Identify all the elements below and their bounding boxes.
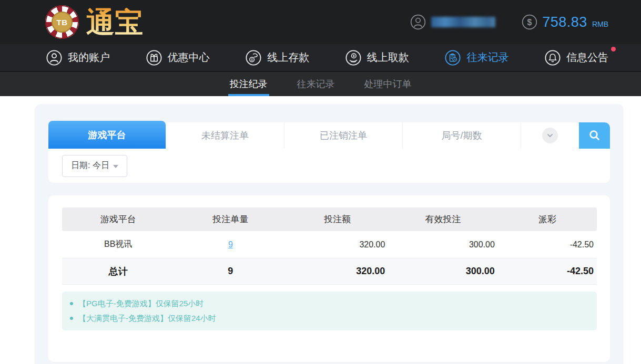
subtab-bet-records[interactable]: 投注纪录: [228, 72, 269, 96]
user-account-summary[interactable]: [410, 14, 495, 30]
main-navigation: 我的账户 优惠中心 线上存款 线上取款: [0, 44, 641, 72]
username-redacted: [431, 17, 495, 27]
brand-logo[interactable]: TB 通宝: [45, 5, 143, 39]
table-header-row: 游戏平台 投注单量 投注额 有效投注 派彩: [62, 207, 597, 231]
balance-currency: RMB: [592, 20, 608, 28]
subtab-transaction-records[interactable]: 往来记录: [296, 72, 337, 96]
cell-bet-count: 9: [175, 231, 287, 258]
cell-platform: BB视讯: [62, 231, 175, 258]
table-row: BB视讯 9 320.00 300.00 -42.50: [62, 231, 597, 258]
cell-bet-amount: 320.00: [287, 231, 388, 258]
deposit-icon: [246, 50, 261, 66]
brand-name: 通宝: [86, 8, 143, 36]
filter-row: 日期: 今日: [48, 149, 610, 183]
total-label: 总计: [62, 258, 175, 285]
subtab-processing-orders[interactable]: 处理中订单: [363, 72, 413, 96]
records-subnav: 投注纪录 往来记录 处理中订单: [0, 72, 641, 96]
total-valid-bet: 300.00: [388, 258, 497, 285]
nav-item-records[interactable]: 往来记录: [445, 50, 508, 66]
nav-item-withdraw[interactable]: 线上取款: [345, 50, 409, 66]
total-bet-count: 9: [175, 258, 287, 285]
chevron-down-icon: [546, 131, 554, 140]
bullet-icon: [70, 317, 73, 320]
note-line: 【PG电子-免费游戏】仅保留25小时: [62, 296, 597, 311]
nav-item-announcements[interactable]: 信息公告: [545, 50, 608, 66]
notification-dot: [611, 47, 616, 51]
tab-cancelled-bets[interactable]: 已注销注单: [284, 122, 402, 149]
records-panel: 游戏平台 未结算注单 已注销注单 局号/期数: [35, 104, 624, 364]
date-filter-value: 日期: 今日: [71, 160, 109, 171]
nav-label: 信息公告: [566, 50, 608, 65]
query-tabs-row: 游戏平台 未结算注单 已注销注单 局号/期数: [48, 122, 610, 149]
tab-label: 已注销注单: [320, 129, 367, 142]
bet-summary-table: 游戏平台 投注单量 投注额 有效投注 派彩 BB视讯 9 320.00: [62, 207, 597, 285]
tab-unsettled-bets[interactable]: 未结算注单: [166, 122, 284, 149]
date-filter-dropdown[interactable]: 日期: 今日: [62, 155, 127, 177]
search-icon: [588, 129, 602, 142]
nav-label: 优惠中心: [168, 50, 210, 65]
total-payout: -42.50: [498, 258, 597, 285]
active-tab-underline: [228, 94, 269, 96]
more-options-toggle[interactable]: [521, 122, 579, 149]
tab-round-number[interactable]: 局号/期数: [402, 122, 521, 149]
table-total-row: 总计 9 320.00 300.00 -42.50: [62, 258, 597, 285]
user-icon: [46, 50, 62, 66]
page-content: 游戏平台 未结算注单 已注销注单 局号/期数: [0, 96, 641, 364]
col-header-bet-amount: 投注额: [287, 207, 388, 231]
cell-valid-bet: 300.00: [388, 231, 497, 258]
withdraw-icon: [345, 50, 361, 66]
query-toolbar-card: 游戏平台 未结算注单 已注销注单 局号/期数: [48, 122, 610, 183]
subtab-label: 往来记录: [297, 78, 335, 90]
nav-label: 线上存款: [267, 50, 309, 65]
caret-down-icon: [113, 165, 118, 168]
tab-game-platform[interactable]: 游戏平台: [48, 121, 166, 149]
chevron-circle: [542, 128, 558, 143]
col-header-valid-bet: 有效投注: [388, 207, 497, 231]
col-header-payout: 派彩: [498, 207, 597, 231]
bet-count-link[interactable]: 9: [228, 240, 233, 249]
balance-display[interactable]: $ 758.83 RMB: [522, 14, 608, 30]
total-bet-amount: 320.00: [287, 258, 388, 285]
nav-label: 我的账户: [68, 50, 110, 65]
subtab-label: 投注纪录: [230, 78, 268, 90]
search-button[interactable]: [579, 122, 610, 149]
nav-item-promotions[interactable]: 优惠中心: [146, 50, 210, 66]
retention-notes: 【PG电子-免费游戏】仅保留25小时 【大满贯电子-免费游戏】仅保留24小时: [62, 292, 597, 330]
cell-payout: -42.50: [498, 231, 597, 258]
nav-label: 线上取款: [367, 50, 409, 65]
bell-icon: [545, 50, 561, 66]
top-header: TB 通宝 $ 758.83 RMB: [0, 0, 641, 44]
note-text: 【PG电子-免费游戏】仅保留25小时: [78, 299, 204, 309]
col-header-bet-count: 投注单量: [175, 207, 287, 231]
tab-label: 局号/期数: [441, 129, 482, 142]
poker-chip-logo-icon: TB: [45, 5, 79, 39]
note-text: 【大满贯电子-免费游戏】仅保留24小时: [78, 314, 216, 324]
nav-item-my-account[interactable]: 我的账户: [46, 50, 110, 66]
tab-label: 未结算注单: [201, 129, 249, 142]
tab-label: 游戏平台: [88, 129, 126, 141]
nav-item-deposit[interactable]: 线上存款: [246, 50, 309, 66]
balance-amount: 758.83: [542, 14, 587, 30]
user-avatar-icon: [410, 14, 426, 30]
coin-dollar-icon: $: [522, 14, 537, 30]
bullet-icon: [70, 302, 73, 305]
nav-label: 往来记录: [466, 50, 508, 65]
svg-text:$: $: [527, 18, 532, 27]
gift-icon: [146, 50, 162, 66]
note-line: 【大满贯电子-免费游戏】仅保留24小时: [62, 311, 597, 326]
subtab-label: 处理中订单: [364, 78, 412, 90]
chip-monogram: TB: [52, 12, 73, 33]
col-header-platform: 游戏平台: [62, 207, 175, 231]
results-card: 游戏平台 投注单量 投注额 有效投注 派彩 BB视讯 9 320.00: [48, 195, 610, 362]
records-icon: [445, 50, 461, 66]
